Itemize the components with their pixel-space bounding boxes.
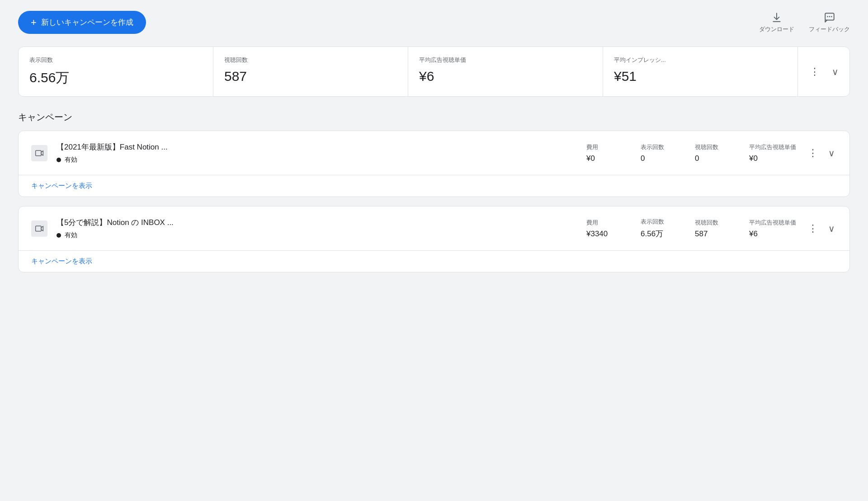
video-icon [35,149,44,158]
download-action[interactable]: ダウンロード [759,12,794,33]
campaign-name-2: 【5分で解説】Notion の INBOX ... [57,217,577,228]
campaign-expand-button-1[interactable]: ∨ [826,146,837,160]
metric-cost-label-1: 費用 [586,143,598,151]
feedback-label: フィードバック [809,25,850,33]
metric-impressions-label-1: 表示回数 [641,143,664,151]
view-campaign-link-2[interactable]: キャンペーンを表示 [31,257,92,266]
status-dot-2 [57,233,61,238]
metric-impressions-2: 表示回数 6.56万 [641,218,677,239]
metric-views-value-2: 587 [695,229,708,239]
feedback-action[interactable]: フィードバック [809,12,850,33]
metric-cost-1: 費用 ¥0 [586,143,623,163]
metric-impressions-value-2: 6.56万 [641,229,663,239]
campaign-status-1: 有効 [57,156,577,164]
status-label-2: 有効 [65,231,77,239]
stat-impressions: 表示回数 6.56万 [19,47,213,96]
metric-views-label-2: 視聴回数 [695,219,718,227]
stat-views: 視聴回数 587 [213,47,408,96]
stats-expand-button[interactable]: ∨ [830,65,840,79]
stat-cpv: 平均広告視聴単価 ¥6 [408,47,603,96]
campaign-name-1: 【2021年最新版】Fast Notion ... [57,142,577,152]
metric-views-2: 視聴回数 587 [695,219,731,239]
campaign-footer-1: キャンペーンを表示 [19,175,849,197]
new-campaign-label: 新しいキャンペーンを作成 [41,17,133,28]
campaign-status-2: 有効 [57,231,577,239]
campaign-metrics-2: 費用 ¥3340 表示回数 6.56万 視聴回数 587 平均広告視聴単価 ¥6 [586,218,796,239]
campaign-card-2: 【5分で解説】Notion の INBOX ... 有効 費用 ¥3340 表示… [18,206,850,272]
view-campaign-link-1[interactable]: キャンペーンを表示 [31,182,92,190]
download-label: ダウンロード [759,25,794,33]
metric-cost-label-2: 費用 [586,219,598,227]
campaign-actions-2: ⋮ ∨ [805,221,837,236]
new-campaign-button[interactable]: + 新しいキャンペーンを作成 [18,11,146,34]
campaign-metrics-1: 費用 ¥0 表示回数 0 視聴回数 0 平均広告視聴単価 ¥0 [586,143,796,163]
campaign-main-2: 【5分で解説】Notion の INBOX ... 有効 費用 ¥3340 表示… [19,206,849,250]
metric-cost-2: 費用 ¥3340 [586,219,623,239]
campaign-actions-1: ⋮ ∨ [805,145,837,161]
campaign-card-1: 【2021年最新版】Fast Notion ... 有効 費用 ¥0 表示回数 … [18,131,850,197]
stat-impressions-label: 表示回数 [29,56,202,64]
campaign-footer-2: キャンペーンを表示 [19,250,849,272]
metric-views-1: 視聴回数 0 [695,143,731,163]
metric-impressions-1: 表示回数 0 [641,143,677,163]
stats-controls: ⋮ ∨ [798,47,849,96]
stat-avg-impression-value: ¥51 [614,69,787,84]
status-label-1: 有効 [65,156,77,164]
metric-cpv-1: 平均広告視聴単価 ¥0 [749,143,796,163]
svg-rect-1 [36,150,42,156]
stats-more-button[interactable]: ⋮ [807,64,823,80]
campaign-expand-button-2[interactable]: ∨ [826,221,837,236]
feedback-icon [824,12,835,23]
metric-views-label-1: 視聴回数 [695,143,718,151]
metric-cpv-value-1: ¥0 [749,154,758,163]
top-bar: + 新しいキャンペーンを作成 ダウンロード フィードバック [18,11,850,34]
metric-cpv-label-2: 平均広告視聴単価 [749,219,796,227]
metric-views-value-1: 0 [695,154,699,163]
stat-views-label: 視聴回数 [224,56,397,64]
stat-avg-impression-label: 平均インプレッシ... [614,56,787,64]
metric-cpv-2: 平均広告視聴単価 ¥6 [749,219,796,239]
metric-cpv-value-2: ¥6 [749,229,758,239]
metric-cost-value-1: ¥0 [586,154,595,163]
campaign-video-icon-1 [31,145,47,161]
download-icon [771,12,783,23]
stat-views-value: 587 [224,69,397,84]
campaign-more-button-2[interactable]: ⋮ [805,221,821,236]
campaigns-section-title: キャンペーン [18,111,850,123]
stat-avg-impression: 平均インプレッシ... ¥51 [603,47,798,96]
video-icon-2 [35,224,44,233]
stat-impressions-value: 6.56万 [29,69,202,87]
stat-cpv-label: 平均広告視聴単価 [419,56,592,64]
campaign-main-1: 【2021年最新版】Fast Notion ... 有効 費用 ¥0 表示回数 … [19,131,849,175]
top-actions: ダウンロード フィードバック [759,12,850,33]
plus-icon: + [31,18,37,28]
campaign-name-area-2: 【5分で解説】Notion の INBOX ... 有効 [57,217,577,239]
campaign-video-icon-2 [31,220,47,237]
campaign-name-area-1: 【2021年最新版】Fast Notion ... 有効 [57,142,577,164]
metric-impressions-value-1: 0 [641,154,645,163]
stats-card: 表示回数 6.56万 視聴回数 587 平均広告視聴単価 ¥6 平均インプレッシ… [18,47,850,97]
stat-cpv-value: ¥6 [419,69,592,84]
svg-rect-2 [36,226,42,231]
metric-cost-value-2: ¥3340 [586,229,608,239]
campaign-more-button-1[interactable]: ⋮ [805,145,821,161]
metric-cpv-label-1: 平均広告視聴単価 [749,143,796,151]
status-dot-1 [57,158,61,162]
metric-impressions-label-2: 表示回数 [641,218,664,226]
